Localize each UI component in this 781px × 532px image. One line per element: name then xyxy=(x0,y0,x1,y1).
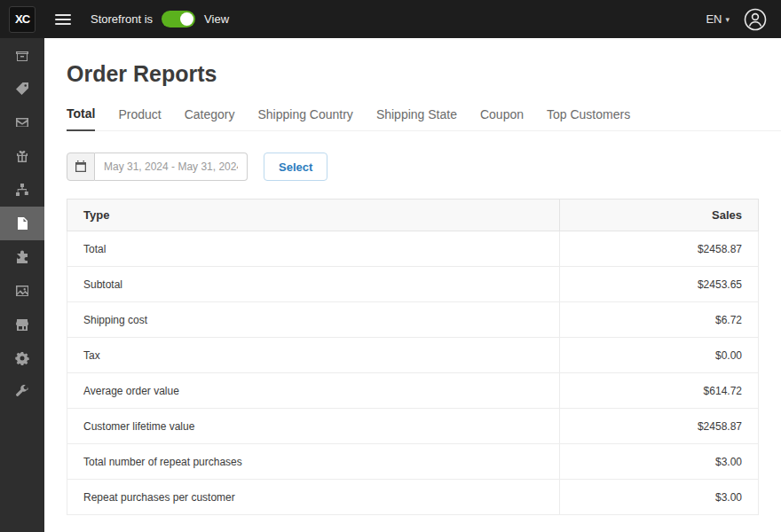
report-table: Type Sales Total$2458.87Subtotal$2453.65… xyxy=(67,199,759,515)
storefront-label: Storefront is xyxy=(91,12,153,26)
row-sales-cell: $614.72 xyxy=(560,373,759,409)
sidebar-item-content[interactable] xyxy=(0,173,44,207)
row-type-cell: Tax xyxy=(67,338,560,373)
filter-row: Select xyxy=(67,153,781,181)
view-link[interactable]: View xyxy=(204,12,229,26)
row-type-cell: Subtotal xyxy=(67,267,560,302)
page-title: Order Reports xyxy=(67,61,781,87)
mail-icon xyxy=(15,115,29,129)
calendar-icon xyxy=(75,160,87,173)
table-row: Subtotal$2453.65 xyxy=(67,267,759,302)
calendar-button[interactable] xyxy=(67,153,95,181)
topbar: XC Storefront is View EN ▾ xyxy=(0,0,781,38)
report-tabs: Total Product Category Shipping Country … xyxy=(67,106,781,131)
orders-icon xyxy=(15,48,29,62)
select-button[interactable]: Select xyxy=(264,153,327,181)
table-row: Customer lifetime value$2458.87 xyxy=(67,409,759,444)
sidebar-item-orders[interactable] xyxy=(0,38,44,72)
row-type-cell: Customer lifetime value xyxy=(67,409,560,444)
main-content: Order Reports Total Product Category Shi… xyxy=(44,38,781,532)
sitemap-icon xyxy=(15,183,29,197)
table-row: Repeat purchases per customer$3.00 xyxy=(67,480,759,515)
row-type-cell: Shipping cost xyxy=(67,302,560,338)
date-range-input[interactable] xyxy=(95,153,248,181)
account-icon[interactable] xyxy=(744,8,767,31)
language-label: EN xyxy=(706,12,722,26)
catalog-tag-icon xyxy=(15,82,29,96)
row-sales-cell: $2458.87 xyxy=(560,231,759,267)
column-header-sales: Sales xyxy=(560,200,759,231)
modules-puzzle-icon xyxy=(15,250,29,264)
sidebar xyxy=(0,38,44,532)
table-row: Average order value$614.72 xyxy=(67,373,759,409)
language-selector[interactable]: EN ▾ xyxy=(706,12,730,26)
tab-category[interactable]: Category xyxy=(185,107,235,130)
promotions-gift-icon xyxy=(15,149,29,163)
table-row: Shipping cost$6.72 xyxy=(67,302,759,338)
table-row: Tax$0.00 xyxy=(67,338,759,373)
app-logo[interactable]: XC xyxy=(9,6,36,33)
tab-product[interactable]: Product xyxy=(118,107,161,130)
table-header-row: Type Sales xyxy=(67,200,759,231)
toggle-knob xyxy=(180,12,193,26)
settings-gear-icon xyxy=(15,351,29,365)
column-header-type: Type xyxy=(67,200,560,231)
chevron-down-icon: ▾ xyxy=(725,15,730,24)
row-type-cell: Average order value xyxy=(67,373,560,409)
design-image-icon xyxy=(15,284,29,298)
sidebar-item-tools[interactable] xyxy=(0,375,44,409)
tab-shipping-state[interactable]: Shipping State xyxy=(376,107,457,130)
sidebar-item-reports[interactable] xyxy=(0,207,44,240)
reports-file-icon xyxy=(15,216,29,231)
report-table-body: Total$2458.87Subtotal$2453.65Shipping co… xyxy=(67,231,759,515)
sidebar-item-modules[interactable] xyxy=(0,240,44,274)
row-sales-cell: $3.00 xyxy=(560,480,759,515)
sidebar-item-design[interactable] xyxy=(0,274,44,308)
store-icon xyxy=(15,317,29,332)
sidebar-item-mail[interactable] xyxy=(0,106,44,139)
row-sales-cell: $2458.87 xyxy=(560,409,759,444)
sidebar-item-catalog[interactable] xyxy=(0,72,44,106)
row-sales-cell: $3.00 xyxy=(560,444,759,480)
row-sales-cell: $2453.65 xyxy=(560,267,759,302)
storefront-toggle[interactable] xyxy=(162,11,195,27)
sidebar-item-store[interactable] xyxy=(0,308,44,341)
table-row: Total number of repeat purchases$3.00 xyxy=(67,444,759,480)
tab-coupon[interactable]: Coupon xyxy=(480,107,524,130)
menu-icon[interactable] xyxy=(51,8,75,31)
row-type-cell: Repeat purchases per customer xyxy=(67,480,560,515)
tab-top-customers[interactable]: Top Customers xyxy=(547,107,630,130)
sidebar-item-settings[interactable] xyxy=(0,341,44,375)
tools-wrench-icon xyxy=(15,385,29,399)
row-type-cell: Total xyxy=(67,231,560,267)
tab-shipping-country[interactable]: Shipping Country xyxy=(257,107,352,130)
table-row: Total$2458.87 xyxy=(67,231,759,267)
row-type-cell: Total number of repeat purchases xyxy=(67,444,560,480)
sidebar-item-promotions[interactable] xyxy=(0,139,44,173)
row-sales-cell: $6.72 xyxy=(560,302,759,338)
row-sales-cell: $0.00 xyxy=(560,338,759,373)
tab-total[interactable]: Total xyxy=(67,106,95,131)
